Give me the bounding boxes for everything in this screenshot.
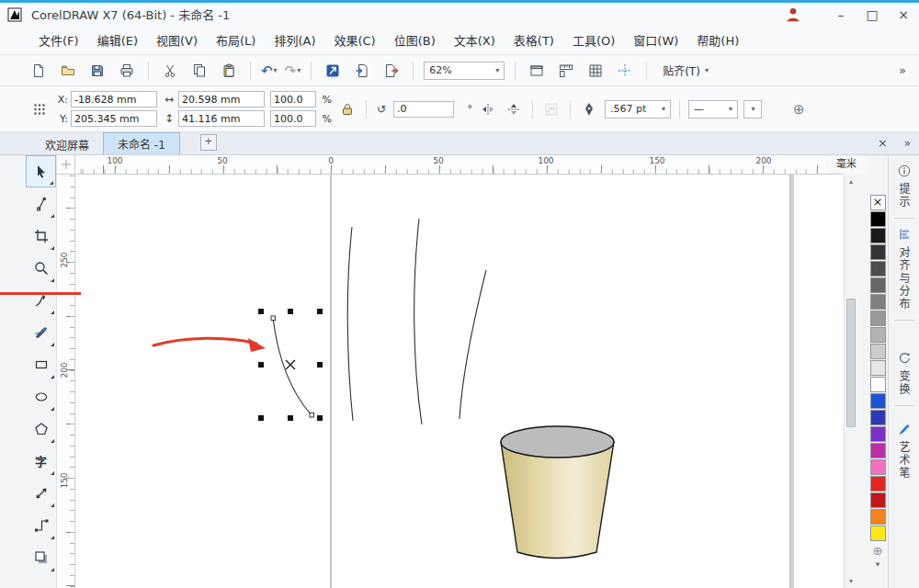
color-swatch[interactable] bbox=[870, 443, 886, 458]
copy-icon[interactable] bbox=[188, 60, 210, 82]
menu-item[interactable]: 窗口(W) bbox=[624, 28, 687, 52]
vertical-ruler[interactable]: 250200150 bbox=[57, 175, 75, 588]
cup-shape[interactable] bbox=[501, 442, 614, 559]
palette-more-icon[interactable]: ▾ bbox=[868, 560, 888, 569]
save-icon[interactable] bbox=[86, 60, 108, 82]
undo-dropdown-icon[interactable]: ▾ bbox=[274, 66, 278, 74]
color-swatch[interactable] bbox=[870, 410, 886, 425]
line-style-select[interactable]: — ▾ bbox=[688, 100, 738, 119]
drawn-curve[interactable] bbox=[460, 270, 486, 419]
signin-user-icon[interactable] bbox=[785, 6, 801, 23]
dimension-tool[interactable] bbox=[26, 477, 56, 509]
drawing-canvas[interactable] bbox=[75, 175, 844, 588]
menu-item[interactable]: 表格(T) bbox=[505, 28, 563, 52]
color-swatch[interactable] bbox=[870, 360, 886, 376]
color-swatch[interactable] bbox=[870, 426, 886, 442]
color-swatch[interactable] bbox=[870, 526, 886, 541]
color-swatch[interactable] bbox=[870, 459, 886, 475]
drawn-curve[interactable] bbox=[347, 227, 353, 421]
fullscreen-preview-icon[interactable] bbox=[526, 60, 548, 82]
object-width-input[interactable] bbox=[178, 91, 265, 107]
color-swatch[interactable] bbox=[870, 244, 886, 260]
snap-to-button[interactable]: 贴齐(T) ▾ bbox=[657, 60, 714, 81]
text-tool[interactable]: 字 bbox=[26, 445, 56, 477]
zoom-level-select[interactable]: 62% ▾ bbox=[424, 62, 505, 80]
toolbar-overflow-icon[interactable]: » bbox=[899, 63, 906, 77]
ellipse-tool[interactable] bbox=[26, 380, 56, 413]
redo-button[interactable]: ↷ ▾ bbox=[285, 62, 301, 79]
docker-chevron-icon[interactable]: » bbox=[904, 137, 911, 150]
close-button[interactable]: × bbox=[888, 5, 919, 25]
color-swatch[interactable] bbox=[870, 277, 886, 293]
color-swatch[interactable] bbox=[870, 261, 886, 277]
redo-dropdown-icon[interactable]: ▾ bbox=[297, 66, 301, 74]
new-document-icon[interactable] bbox=[28, 60, 50, 82]
quick-customize-icon[interactable]: ⊕ bbox=[793, 101, 805, 118]
color-swatch[interactable] bbox=[870, 393, 886, 409]
color-swatch[interactable] bbox=[870, 476, 886, 492]
shape-tool[interactable] bbox=[26, 187, 56, 220]
lock-ratio-icon[interactable] bbox=[337, 99, 357, 119]
docker-tab-align-distribute[interactable]: 对齐与分布 bbox=[889, 219, 919, 311]
color-swatch[interactable] bbox=[870, 492, 886, 508]
x-position-input[interactable] bbox=[71, 91, 157, 107]
undo-button[interactable]: ↶ ▾ bbox=[261, 62, 278, 79]
menu-item[interactable]: 文件(F) bbox=[29, 28, 88, 52]
menu-item[interactable]: 效果(C) bbox=[324, 28, 384, 52]
scrollbar-thumb[interactable] bbox=[846, 299, 856, 427]
drawn-curve[interactable] bbox=[414, 219, 422, 424]
menu-item[interactable]: 排列(A) bbox=[265, 28, 324, 52]
color-swatch[interactable] bbox=[870, 311, 886, 326]
drop-shadow-tool[interactable] bbox=[26, 541, 56, 573]
selection-center-mark[interactable] bbox=[286, 360, 295, 369]
rectangle-tool[interactable] bbox=[26, 348, 56, 380]
color-swatch[interactable] bbox=[870, 294, 886, 310]
color-swatch[interactable] bbox=[870, 344, 886, 359]
minimize-button[interactable]: – bbox=[825, 5, 857, 25]
menu-item[interactable]: 文本(X) bbox=[445, 28, 505, 52]
color-swatch[interactable] bbox=[870, 228, 886, 243]
import-icon[interactable] bbox=[351, 60, 373, 82]
menu-item[interactable]: 帮助(H) bbox=[687, 28, 748, 52]
connector-tool[interactable] bbox=[26, 509, 56, 541]
open-icon[interactable] bbox=[57, 60, 79, 82]
print-icon[interactable] bbox=[116, 60, 138, 82]
maximize-button[interactable]: □ bbox=[857, 5, 888, 25]
vertical-scrollbar[interactable]: ▴ ▾ bbox=[844, 175, 857, 588]
menu-item[interactable]: 工具(O) bbox=[563, 28, 624, 52]
mirror-vertical-icon[interactable] bbox=[504, 99, 524, 119]
curve-node[interactable] bbox=[310, 413, 314, 418]
curve-node[interactable] bbox=[271, 316, 276, 321]
show-guidelines-icon[interactable] bbox=[614, 60, 636, 82]
object-height-input[interactable] bbox=[178, 110, 265, 127]
artistic-media-tool[interactable] bbox=[26, 316, 56, 348]
app-launcher-icon[interactable] bbox=[322, 60, 344, 82]
docker-close-icon[interactable]: × bbox=[878, 136, 888, 150]
menu-item[interactable]: 编辑(E) bbox=[88, 28, 147, 52]
horizontal-ruler[interactable]: 10050050100150200 bbox=[75, 155, 844, 175]
crop-tool[interactable] bbox=[26, 220, 56, 252]
rotation-angle-input[interactable] bbox=[393, 101, 454, 118]
menu-item[interactable]: 布局(L) bbox=[207, 28, 265, 52]
mirror-horizontal-icon[interactable] bbox=[478, 99, 498, 119]
scale-horizontal-input[interactable] bbox=[270, 91, 316, 107]
document-tab[interactable]: 欢迎屏幕 bbox=[31, 134, 103, 154]
freehand-tool[interactable] bbox=[26, 284, 56, 316]
scroll-up-icon[interactable]: ▴ bbox=[845, 175, 857, 188]
color-swatch[interactable] bbox=[870, 195, 886, 210]
cut-icon[interactable] bbox=[159, 60, 181, 82]
polygon-tool[interactable] bbox=[26, 413, 56, 445]
palette-add-icon[interactable]: ⊕ bbox=[868, 544, 888, 558]
cup-top[interactable] bbox=[501, 426, 614, 458]
document-tab[interactable]: 未命名 -1 bbox=[103, 132, 180, 154]
scale-vertical-input[interactable] bbox=[270, 110, 316, 127]
color-swatch[interactable] bbox=[870, 509, 886, 525]
pick-tool[interactable] bbox=[26, 155, 56, 187]
line-style-mini-select[interactable]: ▾ bbox=[743, 100, 762, 119]
convert-to-curves-icon[interactable] bbox=[541, 99, 562, 119]
outline-width-select[interactable]: .567 pt ▾ bbox=[605, 100, 671, 119]
y-position-input[interactable] bbox=[71, 110, 157, 127]
menu-item[interactable]: 视图(V) bbox=[147, 28, 207, 52]
color-swatch[interactable] bbox=[870, 377, 886, 392]
docker-tab-hints[interactable]: 提示 bbox=[889, 155, 919, 209]
